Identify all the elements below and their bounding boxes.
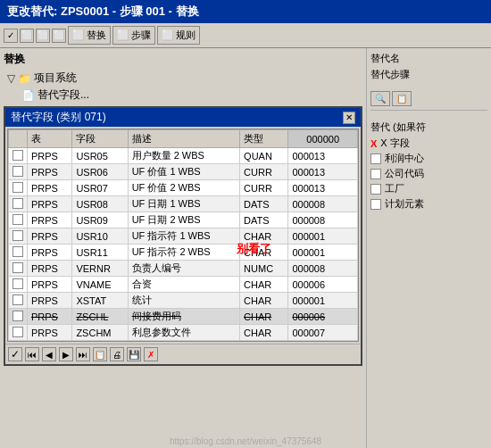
row-checkbox[interactable] — [9, 325, 28, 341]
col-header-cb — [9, 130, 28, 148]
checkbox-icon[interactable] — [12, 262, 23, 273]
table-row[interactable]: PRPS USR11 UF 指示符 2 WBS CHAR 000001 — [9, 245, 358, 261]
dialog-title-text: 替代字段 (类别 071) — [11, 110, 106, 125]
cell-table: PRPS — [28, 164, 72, 180]
col-header-type[interactable]: 类型 — [240, 130, 288, 148]
btn-prev[interactable]: ◀ — [42, 347, 56, 361]
row-checkbox[interactable] — [9, 196, 28, 212]
table-row[interactable]: PRPS USR08 UF 日期 1 WBS DATS 000008 — [9, 196, 358, 212]
btn-cancel[interactable]: ✗ — [144, 347, 158, 361]
cell-table: PRPS — [28, 180, 72, 196]
btn-next[interactable]: ▶ — [59, 347, 73, 361]
step-icon: ⬜ — [117, 29, 129, 41]
cell-num: 000001 — [288, 245, 358, 261]
cell-desc: 负责人编号 — [128, 261, 239, 277]
cell-table: PRPS — [28, 245, 72, 261]
btn-confirm[interactable]: ✓ — [8, 347, 22, 361]
cell-field: XSTAT — [72, 293, 128, 309]
row-checkbox[interactable] — [9, 228, 28, 245]
cell-desc: 统计 — [128, 293, 239, 309]
table-row[interactable]: PRPS XSTAT 统计 CHAR 000001 — [9, 293, 358, 309]
toolbar-btn-step[interactable]: ⬜ 步骤 — [112, 26, 155, 45]
profit-center-cb[interactable] — [370, 153, 381, 164]
checkbox-icon[interactable] — [12, 311, 23, 321]
cell-desc: UF 日期 2 WBS — [128, 212, 239, 228]
cell-field: USR05 — [72, 148, 128, 164]
btn-print[interactable]: 🖨 — [110, 347, 124, 361]
checkbox-icon[interactable] — [12, 230, 23, 241]
title-text: 更改替代: ZPS0001 - 步骤 001 - 替换 — [7, 4, 199, 18]
checkbox-icon[interactable] — [12, 182, 23, 193]
checkbox-icon[interactable] — [12, 295, 23, 305]
cell-num: 000006 — [288, 309, 358, 325]
company-code-cb[interactable] — [370, 169, 381, 179]
cell-type: CHAR — [240, 325, 288, 341]
cell-num: 000013 — [288, 180, 358, 196]
col-header-num[interactable]: 000000 — [288, 130, 358, 148]
row-checkbox[interactable] — [9, 148, 28, 164]
table-row[interactable]: PRPS USR07 UF 价值 2 WBS CURR 000013 — [9, 180, 358, 196]
cell-desc: 合资 — [128, 277, 239, 293]
btn-first[interactable]: ⏮ — [25, 347, 39, 361]
table-row[interactable]: PRPS VERNR 负责人编号 NUMC 000008 — [9, 261, 358, 277]
checkbox-icon[interactable] — [12, 214, 23, 225]
cell-desc: 间接费用码 — [128, 309, 239, 325]
col-header-desc[interactable]: 描述 — [128, 130, 239, 148]
table-row[interactable]: PRPS USR10 UF 指示符 1 WBS CHAR 000001 — [9, 228, 358, 245]
tree-root-label: 项目系统 — [34, 71, 77, 86]
checkbox-icon[interactable] — [12, 246, 23, 257]
row-checkbox[interactable] — [9, 180, 28, 196]
annotation-text: 别看了 — [237, 241, 271, 257]
dialog-bottom: ✓ ⏮ ◀ ▶ ⏭ 📋 🖨 💾 ✗ — [5, 344, 361, 364]
table-row[interactable]: PRPS USR05 用户数量 2 WBS QUAN 000013 — [9, 148, 358, 164]
table-row[interactable]: PRPS USR06 UF 价值 1 WBS CURR 000013 — [9, 164, 358, 180]
checkbox-icon[interactable] — [12, 278, 23, 289]
cell-field: USR09 — [72, 212, 128, 228]
dialog-close-btn[interactable]: ✕ — [343, 112, 355, 124]
cell-table: PRPS — [28, 148, 72, 164]
toolbar-icon-1[interactable]: ✓ — [4, 29, 18, 43]
toolbar-icon-4[interactable]: ⬜ — [52, 29, 66, 43]
btn-save[interactable]: 💾 — [127, 347, 141, 361]
right-company-code-row: 公司代码 — [370, 167, 487, 180]
checkbox-icon[interactable] — [12, 327, 23, 337]
dialog-title-bar: 替代字段 (类别 071) ✕ — [5, 108, 361, 127]
row-checkbox[interactable] — [9, 309, 28, 325]
right-icon-1[interactable]: 🔍 — [370, 91, 390, 106]
table-row[interactable]: PRPS USR09 UF 日期 2 WBS DATS 000008 — [9, 212, 358, 228]
table-row[interactable]: PRPS VNAME 合资 CHAR 000006 — [9, 277, 358, 293]
cell-desc: UF 指示符 1 WBS — [128, 228, 239, 245]
toolbar-icon-2[interactable]: ⬜ — [20, 29, 34, 43]
btn-copy[interactable]: 📋 — [93, 347, 107, 361]
folder-icon: 📁 — [18, 72, 31, 85]
right-panel: 替代名 替代步骤 🔍 📋 替代 (如果符 X X 字段 利润中心 公司代码 工厂… — [366, 48, 491, 448]
table-row[interactable]: PRPS ZSCHM 利息参数文件 CHAR 000007 — [9, 325, 358, 341]
toolbar-icon-3[interactable]: ⬜ — [36, 29, 50, 43]
row-checkbox[interactable] — [9, 212, 28, 228]
checkbox-icon[interactable] — [12, 198, 23, 209]
row-checkbox[interactable] — [9, 293, 28, 309]
toolbar-btn-rule[interactable]: ⬜ 规则 — [157, 26, 200, 45]
right-icon-2[interactable]: 📋 — [392, 91, 412, 106]
checkbox-icon[interactable] — [12, 150, 23, 161]
table-container[interactable]: 表 字段 描述 类型 000000 PRPS USR05 用户数量 2 WBS … — [7, 129, 359, 342]
right-btn-row-1: 🔍 📋 — [370, 91, 487, 106]
col-header-table[interactable]: 表 — [28, 130, 72, 148]
row-checkbox[interactable] — [9, 261, 28, 277]
col-header-field[interactable]: 字段 — [72, 130, 128, 148]
planning-cb[interactable] — [370, 199, 381, 210]
row-checkbox[interactable] — [9, 164, 28, 180]
x-field-label: X 字段 — [380, 137, 409, 150]
profit-center-label: 利润中心 — [385, 152, 424, 165]
plant-cb[interactable] — [370, 184, 381, 195]
cell-field: USR08 — [72, 196, 128, 212]
dialog: 替代字段 (类别 071) ✕ 表 字段 描述 类型 000000 — [4, 106, 362, 366]
row-checkbox[interactable] — [9, 277, 28, 293]
table-row[interactable]: PRPS ZSCHL 间接费用码 CHAR 000006 — [9, 309, 358, 325]
expand-icon[interactable]: ▽ — [7, 72, 15, 85]
cell-field: ZSCHM — [72, 325, 128, 341]
checkbox-icon[interactable] — [12, 166, 23, 177]
btn-last[interactable]: ⏭ — [76, 347, 90, 361]
row-checkbox[interactable] — [9, 245, 28, 261]
toolbar-btn-replace[interactable]: ⬜ 替换 — [68, 26, 111, 45]
